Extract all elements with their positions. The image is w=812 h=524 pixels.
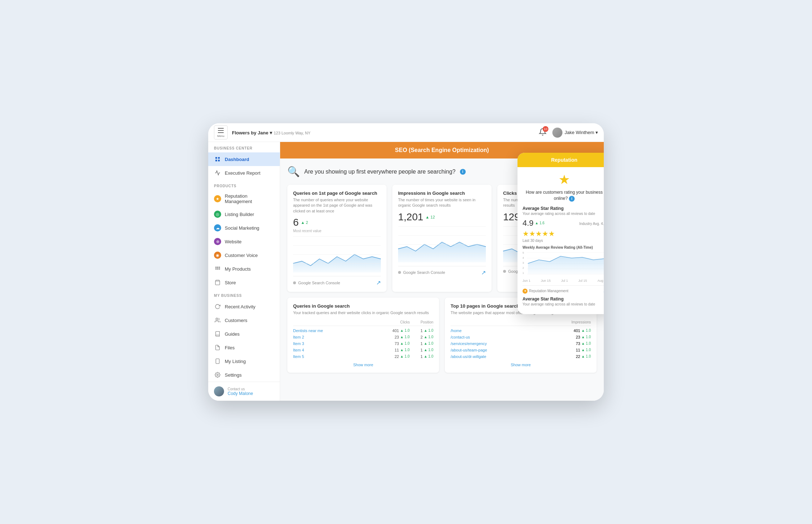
sidebar-label-listing: Listing Builder	[225, 212, 254, 217]
chart-footer-1: Google Search Console ↗	[293, 276, 381, 286]
table-body-pages: /home 401▲ 1.0 /contact-us 23▲ 1.0 /serv…	[451, 327, 591, 360]
row-values: 73▲ 1.0 1▲ 1.0	[392, 341, 433, 346]
rep-source-label: Reputation Management	[529, 289, 569, 293]
menu-label: Menu	[217, 134, 224, 138]
rep-question-text: How are customers rating your business o…	[526, 190, 603, 201]
col-clicks: Clicks	[400, 320, 410, 324]
card-title-queries: Queries on 1st page of Google search	[293, 190, 381, 196]
table-row: Dentists near me 401▲ 1.0 1▲ 1.0	[293, 327, 433, 334]
content-header-title: SEO (Search Engine Optimization)	[395, 147, 489, 153]
svg-rect-5	[217, 267, 218, 268]
avatar	[552, 128, 562, 138]
sidebar-section-business-center: BUSINESS CENTER	[208, 142, 280, 152]
business-name[interactable]: Flowers by Jane ▾	[232, 130, 272, 135]
sidebar-item-store[interactable]: Store	[208, 276, 280, 289]
contact-name[interactable]: Cody Malone	[228, 391, 253, 396]
sidebar-item-executive-report[interactable]: Executive Report	[208, 166, 280, 180]
rep-rating-row: 4.9 ▲ 1.6 Industry Avg. 4.2	[523, 219, 604, 228]
contact-label: Contact us	[228, 387, 253, 391]
table-row: Item 2 23▲ 1.0 2▲ 1.0	[293, 334, 433, 340]
table-row: Item 5 22▲ 1.0 1▲ 1.0	[293, 353, 433, 360]
col-impressions: Impressions	[571, 320, 591, 324]
user-menu[interactable]: Jake Winthem ▾	[552, 128, 598, 138]
rep-chart: 5 4 3 2 1	[523, 251, 604, 276]
info-icon: i	[460, 169, 466, 175]
content-area: SEO (Search Engine Optimization) 🔍 Are y…	[280, 142, 604, 401]
sidebar-label-reputation: Reputation Management	[225, 193, 274, 204]
external-link-icon-2[interactable]: ↗	[481, 269, 486, 276]
chart-icon	[214, 169, 221, 176]
rep-chart-x-labels: Jun 1Jun 15Jul 1Jul 15Aug 1	[523, 279, 604, 282]
gear-icon	[214, 371, 221, 378]
row-label[interactable]: Item 5	[293, 354, 392, 359]
sidebar-item-files[interactable]: Files	[208, 341, 280, 354]
row-label[interactable]: /about-us/dr-willgate	[451, 354, 573, 359]
file-icon	[214, 344, 221, 351]
rep-star-big: ★	[523, 172, 604, 187]
card-desc-queries: The number of queries where your website…	[293, 197, 381, 214]
most-recent-label: Most recent value	[293, 229, 381, 233]
search-prompt-text: Are you showing up first everywhere peop…	[304, 169, 456, 175]
sidebar-item-reputation[interactable]: ★ Reputation Management	[208, 190, 280, 207]
external-link-icon[interactable]: ↗	[376, 279, 381, 286]
sidebar-item-settings[interactable]: Settings	[208, 368, 280, 382]
reputation-overlay: Reputation ★ How are customers rating yo…	[517, 153, 604, 314]
card-title-impressions: Impressions in Google search	[398, 190, 486, 196]
row-label[interactable]: Item 2	[293, 335, 392, 339]
header-right: 10 Jake Winthem ▾	[539, 128, 598, 138]
sidebar-item-social[interactable]: ☁ Social Marketing	[208, 221, 280, 235]
sidebar-section-products: PRODUCTS	[208, 180, 280, 190]
col-position: Position	[420, 320, 433, 324]
chart-source-2: Google Search Console	[398, 270, 445, 275]
sidebar-label-dashboard: Dashboard	[225, 157, 249, 162]
svg-rect-8	[217, 268, 218, 270]
row-label[interactable]: Dentists near me	[293, 328, 392, 333]
show-more-queries[interactable]: Show more	[293, 363, 433, 367]
svg-text:3: 3	[523, 262, 524, 264]
row-label[interactable]: /about-us/team-page	[451, 348, 573, 352]
contact-avatar	[214, 386, 224, 396]
row-label[interactable]: /contact-us	[451, 335, 573, 339]
sidebar-item-my-products[interactable]: My Products	[208, 262, 280, 276]
sidebar-label-recent-activity: Recent Activity	[225, 304, 255, 309]
row-values: 11▲ 1.0 1▲ 1.0	[392, 348, 433, 352]
row-values: 23▲ 1.0 2▲ 1.0	[392, 335, 433, 339]
row-label[interactable]: /home	[451, 328, 573, 333]
sidebar-item-website[interactable]: ⊕ Website	[208, 235, 280, 248]
table-row: /about-us/dr-willgate 22▲ 1.0	[451, 353, 591, 360]
sidebar-item-customers[interactable]: Customers	[208, 313, 280, 327]
sidebar-item-listing[interactable]: ◎ Listing Builder	[208, 207, 280, 221]
svg-point-11	[216, 318, 218, 320]
menu-button[interactable]: Menu	[214, 125, 228, 139]
sidebar-label-customer-voice: Customer Voice	[225, 253, 258, 258]
sidebar-item-my-listing[interactable]: My Listing	[208, 354, 280, 368]
rep-rating-change: ▲ 1.6	[535, 221, 545, 225]
value-change-queries: ▲ 2	[301, 220, 308, 225]
sidebar-item-guides[interactable]: Guides	[208, 327, 280, 341]
row-label[interactable]: Item 4	[293, 348, 392, 352]
rep-footer-source: ★ Reputation Management	[523, 289, 569, 294]
my-products-icon	[214, 265, 221, 272]
listing-icon: ◎	[214, 211, 221, 218]
user-name: Jake Winthem ▾	[565, 130, 598, 135]
sidebar-label-store: Store	[225, 280, 236, 285]
sidebar-label-guides: Guides	[225, 331, 240, 337]
rep-avg-title: Average Star Rating	[523, 206, 604, 211]
sidebar-label-settings: Settings	[225, 372, 242, 378]
sidebar-item-dashboard[interactable]: Dashboard	[208, 152, 280, 166]
svg-rect-4	[215, 267, 216, 268]
rep-external-link[interactable]: ↗	[603, 289, 604, 293]
row-label[interactable]: Item 3	[293, 341, 392, 346]
sidebar-item-customer-voice[interactable]: ◉ Customer Voice	[208, 248, 280, 262]
row-label[interactable]: /services/emergency	[451, 341, 573, 346]
card-desc-impressions: The number of times your website is seen…	[398, 197, 486, 208]
notification-button[interactable]: 10	[539, 128, 547, 137]
chart-footer-2: Google Search Console ↗	[398, 266, 486, 276]
source-label: Google Search Console	[298, 281, 340, 285]
sidebar-label-customers: Customers	[225, 318, 247, 323]
sidebar-item-recent-activity[interactable]: Recent Activity	[208, 300, 280, 313]
show-more-pages[interactable]: Show more	[451, 363, 591, 367]
sidebar-label-social: Social Marketing	[225, 225, 259, 231]
sidebar-label-my-products: My Products	[225, 266, 251, 272]
svg-rect-2	[215, 160, 217, 161]
